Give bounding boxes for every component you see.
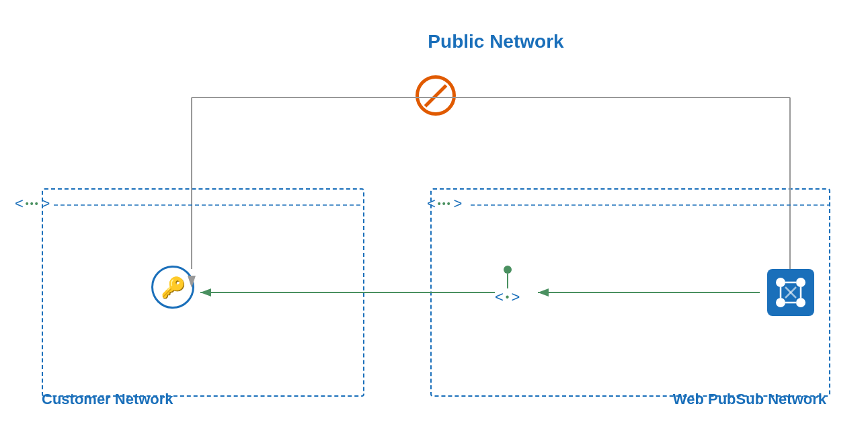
hub-bottom-connector: < • > <box>495 288 520 306</box>
public-network-label: Public Network <box>416 31 576 52</box>
middle-top-connector: < ••• > <box>427 195 462 212</box>
block-icon <box>416 75 456 116</box>
hub-bracket-close: > <box>511 288 520 306</box>
connector-mid-top-dots: ••• <box>438 198 452 209</box>
connector-left-bracket-close: > <box>42 195 50 212</box>
connector-left-bracket-open: < <box>15 195 24 212</box>
hub-center-dot: • <box>506 291 510 303</box>
svg-point-0 <box>776 278 785 287</box>
hub-connector-group: < • > <box>495 266 520 306</box>
customer-network-box <box>42 188 364 397</box>
connector-mid-top-open: < <box>427 195 436 212</box>
webpubsub-icon <box>767 269 814 316</box>
hub-vertical-line <box>507 274 508 288</box>
hub-top-dot <box>504 266 512 274</box>
key-icon: 🔑 <box>151 266 194 309</box>
connector-mid-top-close: > <box>454 195 463 212</box>
pubsub-svg <box>771 273 810 312</box>
hub-bracket-open: < <box>495 288 504 306</box>
connector-left-dots: ••• <box>26 198 40 209</box>
diagram-container: Public Network Customer Network Web PubS… <box>0 0 868 431</box>
left-connector: < ••• > <box>15 195 50 212</box>
svg-point-2 <box>776 298 785 307</box>
svg-point-3 <box>796 298 805 307</box>
svg-point-1 <box>796 278 805 287</box>
